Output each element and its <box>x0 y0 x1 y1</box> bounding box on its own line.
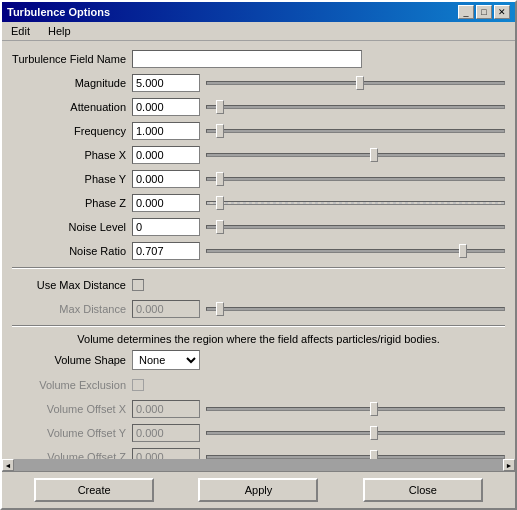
phase-z-input[interactable] <box>132 194 200 212</box>
volume-shape-label: Volume Shape <box>12 354 132 366</box>
attenuation-row: Attenuation <box>12 97 505 117</box>
magnitude-input[interactable] <box>132 74 200 92</box>
magnitude-slider[interactable] <box>206 74 505 92</box>
phase-x-input[interactable] <box>132 146 200 164</box>
max-distance-input[interactable] <box>132 300 200 318</box>
frequency-slider[interactable] <box>206 122 505 140</box>
close-button-bottom[interactable]: Close <box>363 478 483 502</box>
apply-button[interactable]: Apply <box>198 478 318 502</box>
turbulence-field-name-input[interactable] <box>132 50 362 68</box>
noise-level-slider[interactable] <box>206 218 505 236</box>
volume-offset-x-input[interactable] <box>132 400 200 418</box>
create-button[interactable]: Create <box>34 478 154 502</box>
volume-offset-z-row: Volume Offset Z <box>12 447 505 459</box>
attenuation-input[interactable] <box>132 98 200 116</box>
volume-offset-y-slider[interactable] <box>206 424 505 442</box>
magnitude-row: Magnitude <box>12 73 505 93</box>
attenuation-label: Attenuation <box>12 101 132 113</box>
volume-exclusion-label: Volume Exclusion <box>12 379 132 391</box>
turbulence-field-name-row: Turbulence Field Name <box>12 49 505 69</box>
volume-offset-z-input[interactable] <box>132 448 200 459</box>
phase-z-row: Phase Z <box>12 193 505 213</box>
phase-y-label: Phase Y <box>12 173 132 185</box>
volume-offset-z-label: Volume Offset Z <box>12 451 132 459</box>
volume-offset-y-input[interactable] <box>132 424 200 442</box>
noise-ratio-slider[interactable] <box>206 242 505 260</box>
divider-2 <box>12 325 505 327</box>
title-bar: Turbulence Options _ □ ✕ <box>2 2 515 22</box>
volume-offset-x-row: Volume Offset X <box>12 399 505 419</box>
volume-offset-x-slider[interactable] <box>206 400 505 418</box>
use-max-distance-checkbox[interactable] <box>132 279 144 291</box>
scroll-track-horizontal[interactable] <box>14 459 503 471</box>
volume-offset-z-slider[interactable] <box>206 448 505 459</box>
window-title: Turbulence Options <box>7 6 110 18</box>
volume-offset-x-label: Volume Offset X <box>12 403 132 415</box>
frequency-label: Frequency <box>12 125 132 137</box>
menu-bar: Edit Help <box>2 22 515 41</box>
volume-offset-y-row: Volume Offset Y <box>12 423 505 443</box>
max-distance-slider[interactable] <box>206 300 505 318</box>
phase-y-input[interactable] <box>132 170 200 188</box>
horizontal-scrollbar: ◄ ► <box>2 459 515 471</box>
noise-level-input[interactable] <box>132 218 200 236</box>
menu-help[interactable]: Help <box>44 24 75 38</box>
phase-x-label: Phase X <box>12 149 132 161</box>
max-distance-label: Max Distance <box>12 303 132 315</box>
frequency-input[interactable] <box>132 122 200 140</box>
volume-exclusion-checkbox[interactable] <box>132 379 144 391</box>
use-max-distance-label: Use Max Distance <box>12 279 132 291</box>
main-window: Turbulence Options _ □ ✕ Edit Help Turbu… <box>0 0 517 510</box>
noise-ratio-label: Noise Ratio <box>12 245 132 257</box>
use-max-distance-row: Use Max Distance <box>12 275 505 295</box>
button-bar: Create Apply Close <box>2 471 515 508</box>
minimize-button[interactable]: _ <box>458 5 474 19</box>
volume-info-text: Volume determines the region where the f… <box>12 333 505 345</box>
volume-shape-select-wrap: None Cube Sphere Cylinder Cone Torus <box>132 350 200 370</box>
scroll-right-button[interactable]: ► <box>503 459 515 471</box>
menu-edit[interactable]: Edit <box>7 24 34 38</box>
volume-offset-y-label: Volume Offset Y <box>12 427 132 439</box>
noise-ratio-input[interactable] <box>132 242 200 260</box>
volume-exclusion-row: Volume Exclusion <box>12 375 505 395</box>
phase-x-slider[interactable] <box>206 146 505 164</box>
close-button[interactable]: ✕ <box>494 5 510 19</box>
attenuation-slider[interactable] <box>206 98 505 116</box>
divider-1 <box>12 267 505 269</box>
phase-x-row: Phase X <box>12 145 505 165</box>
maximize-button[interactable]: □ <box>476 5 492 19</box>
scroll-left-button[interactable]: ◄ <box>2 459 14 471</box>
turbulence-field-name-label: Turbulence Field Name <box>12 53 132 65</box>
content-area: Turbulence Field Name Magnitude Attenuat… <box>2 41 515 459</box>
window-controls: _ □ ✕ <box>458 5 510 19</box>
noise-level-label: Noise Level <box>12 221 132 233</box>
noise-ratio-row: Noise Ratio <box>12 241 505 261</box>
volume-shape-select[interactable]: None Cube Sphere Cylinder Cone Torus <box>132 350 200 370</box>
volume-shape-row: Volume Shape None Cube Sphere Cylinder C… <box>12 349 505 371</box>
phase-z-slider[interactable] <box>206 194 505 212</box>
magnitude-label: Magnitude <box>12 77 132 89</box>
max-distance-row: Max Distance <box>12 299 505 319</box>
noise-level-row: Noise Level <box>12 217 505 237</box>
phase-y-slider[interactable] <box>206 170 505 188</box>
phase-z-label: Phase Z <box>12 197 132 209</box>
phase-y-row: Phase Y <box>12 169 505 189</box>
frequency-row: Frequency <box>12 121 505 141</box>
